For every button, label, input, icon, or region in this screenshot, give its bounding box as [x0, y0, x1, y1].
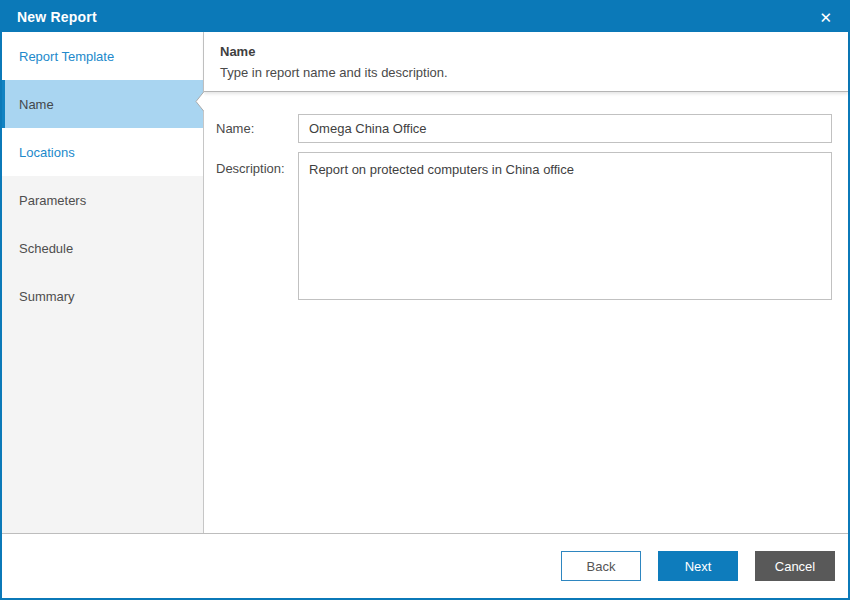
wizard-steps-sidebar: Report Template Name Locations Parameter…	[2, 32, 204, 533]
dialog-titlebar[interactable]: New Report ✕	[2, 2, 848, 32]
back-button[interactable]: Back	[561, 551, 641, 581]
next-button[interactable]: Next	[658, 551, 738, 581]
dialog-footer: Back Next Cancel	[2, 533, 848, 598]
cancel-button[interactable]: Cancel	[755, 551, 835, 581]
name-label: Name:	[216, 114, 298, 143]
sidebar-item-schedule: Schedule	[2, 224, 203, 272]
name-input[interactable]	[298, 114, 832, 143]
description-field-row: Description: Report on protected compute…	[216, 152, 832, 300]
close-icon[interactable]: ✕	[815, 8, 836, 27]
sidebar-item-report-template[interactable]: Report Template	[2, 32, 203, 80]
step-subtitle: Type in report name and its description.	[220, 65, 832, 80]
dialog-title: New Report	[17, 9, 97, 25]
new-report-dialog: New Report ✕ Report Template Name Locati…	[0, 0, 850, 600]
sidebar-item-name[interactable]: Name	[2, 80, 203, 128]
name-field-row: Name:	[216, 114, 832, 143]
step-title: Name	[220, 44, 832, 59]
report-name-form: Name: Description: Report on protected c…	[204, 92, 848, 309]
description-input[interactable]: Report on protected computers in China o…	[298, 152, 832, 300]
sidebar-item-locations[interactable]: Locations	[2, 128, 203, 176]
step-content: Name Type in report name and its descrip…	[204, 32, 848, 533]
sidebar-item-parameters: Parameters	[2, 176, 203, 224]
sidebar-item-summary: Summary	[2, 272, 203, 320]
active-step-pointer-icon	[195, 91, 204, 112]
step-header: Name Type in report name and its descrip…	[204, 32, 848, 92]
description-label: Description:	[216, 152, 298, 300]
dialog-body: Report Template Name Locations Parameter…	[2, 32, 848, 533]
